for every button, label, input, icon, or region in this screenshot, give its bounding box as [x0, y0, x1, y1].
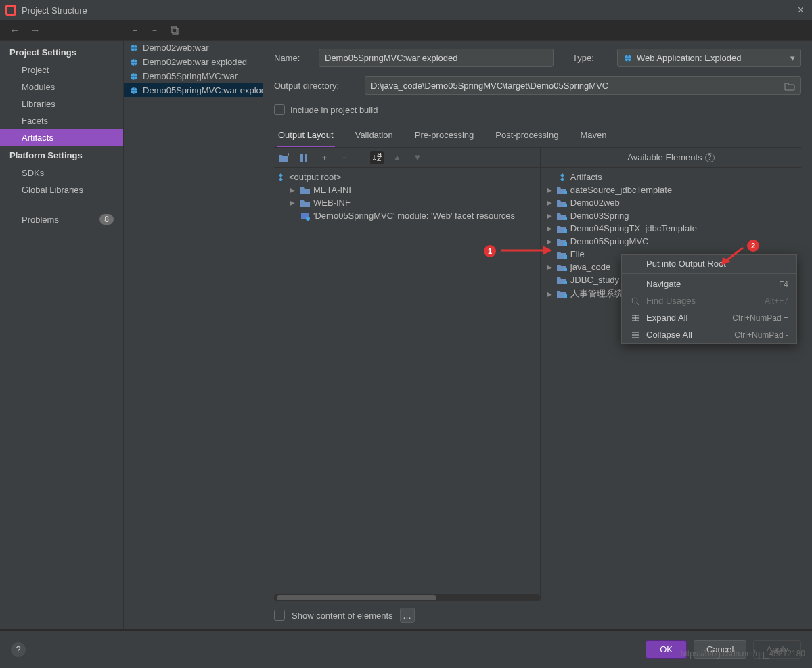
move-up-icon[interactable]: ▲ [390, 151, 404, 164]
tree-row[interactable]: ▶WEB-INF [275, 196, 539, 209]
tree-row[interactable]: ▶Demo05SpringMVC [545, 235, 800, 248]
output-directory-input[interactable]: D:\java_code\Demo05SpringMVC\target\Demo… [365, 76, 801, 95]
expand-icon[interactable]: ▶ [288, 199, 297, 206]
tree-row[interactable]: ▶Demo02web [545, 196, 800, 209]
expand-icon[interactable]: ▶ [545, 263, 554, 271]
artifact-tabs: Output LayoutValidationPre-processingPos… [274, 125, 801, 148]
svg-point-23 [632, 298, 637, 303]
copy-artifact-icon[interactable] [170, 26, 179, 35]
svg-line-34 [725, 248, 743, 261]
tree-row[interactable]: 'Demo05SpringMVC' module: 'Web' facet re… [275, 209, 539, 222]
context-menu-item[interactable]: Collapse AllCtrl+NumPad - [622, 326, 796, 343]
context-menu-item[interactable]: NavigateF4 [622, 275, 796, 292]
svg-rect-9 [303, 154, 304, 162]
sidebar-item-facets[interactable]: Facets [0, 112, 123, 129]
svg-rect-19 [564, 255, 567, 259]
context-menu-item[interactable]: Put into Output Root [622, 255, 796, 272]
sort-icon[interactable]: az [370, 151, 384, 164]
tab-post-processing[interactable]: Post-processing [494, 125, 560, 147]
tab-output-layout[interactable]: Output Layout [277, 125, 335, 147]
annotation-badge-1: 1 [484, 245, 496, 257]
svg-rect-15 [564, 204, 567, 207]
expand-icon[interactable]: ▶ [545, 290, 554, 298]
artifact-type-select[interactable]: Web Application: Exploded ▾ [617, 49, 801, 67]
sidebar-item-sdks[interactable]: SDKs [0, 164, 123, 181]
expand-icon[interactable]: ▶ [545, 225, 554, 232]
folder-icon [300, 185, 311, 195]
output-layout-tree[interactable]: <output root> ▶META-INF▶WEB-INF'Demo05Sp… [274, 168, 540, 592]
sidebar-item-libraries[interactable]: Libraries [0, 95, 123, 112]
context-menu-item[interactable]: Expand AllCtrl+NumPad + [622, 309, 796, 326]
browse-folder-icon[interactable] [784, 81, 795, 91]
problems-count-badge: 8 [99, 214, 114, 225]
artifact-name-input[interactable]: Demo05SpringMVC:war exploded [319, 49, 554, 67]
output-root-label: <output root> [289, 172, 341, 182]
titlebar: Project Structure × [0, 0, 812, 20]
svg-rect-0 [171, 27, 177, 32]
checkbox-icon [274, 104, 285, 115]
sidebar-item-project[interactable]: Project [0, 62, 123, 79]
help-icon[interactable]: ? [705, 153, 715, 162]
problems-label: Problems [22, 215, 59, 225]
svg-text:+: + [286, 153, 289, 159]
new-folder-icon[interactable]: + [277, 151, 290, 164]
move-down-icon[interactable]: ▼ [411, 151, 424, 164]
expand-icon[interactable]: ▶ [545, 186, 554, 194]
module-icon [557, 275, 568, 285]
add-artifact-icon[interactable]: ＋ [131, 24, 139, 37]
expand-icon[interactable]: ▶ [545, 212, 554, 219]
nav-history: ← → [0, 20, 124, 41]
svg-rect-16 [564, 217, 567, 220]
more-options-button[interactable]: … [400, 608, 415, 623]
expand-icon[interactable]: ▶ [545, 199, 554, 206]
forward-icon[interactable]: → [30, 24, 41, 37]
available-elements-tree[interactable]: Artifacts▶dateSource_jdbcTemplate▶Demo02… [541, 168, 801, 601]
available-elements-header: Available Elements ? [541, 148, 801, 168]
tree-row[interactable]: ▶META-INF [275, 183, 539, 196]
module-icon [557, 289, 568, 298]
module-icon [557, 211, 568, 221]
artifact-item[interactable]: Demo02web:war [124, 41, 263, 55]
new-archive-icon[interactable] [297, 151, 311, 164]
expand-icon[interactable]: ▶ [288, 186, 297, 194]
type-label: Type: [572, 53, 608, 63]
app-icon [5, 5, 16, 16]
horizontal-scrollbar[interactable] [274, 594, 540, 601]
tree-row[interactable]: ▶dateSource_jdbcTemplate [545, 183, 800, 196]
svg-rect-18 [564, 242, 567, 246]
sidebar-item-global-libraries[interactable]: Global Libraries [0, 181, 123, 198]
remove-artifact-icon[interactable]: － [150, 24, 159, 37]
tab-pre-processing[interactable]: Pre-processing [413, 125, 475, 147]
context-menu: Put into Output RootNavigateF4Find Usage… [621, 254, 797, 344]
tab-maven[interactable]: Maven [579, 125, 608, 147]
back-icon[interactable]: ← [9, 24, 20, 37]
annotation-badge-2: 2 [747, 240, 759, 252]
outdir-value: D:\java_code\Demo05SpringMVC\target\Demo… [371, 81, 608, 91]
artifact-item[interactable]: Demo05SpringMVC:war [124, 69, 263, 83]
tree-row[interactable]: Artifacts [545, 171, 800, 183]
layout-toolbar: + ＋ － az ▲ ▼ [274, 148, 540, 168]
remove-icon[interactable]: － [338, 151, 351, 164]
module-icon [557, 224, 568, 233]
context-menu-item: Find UsagesAlt+F7 [622, 292, 796, 309]
close-icon[interactable]: × [795, 4, 807, 16]
svg-rect-21 [564, 281, 567, 284]
include-in-build-checkbox[interactable]: Include in project build [274, 104, 801, 115]
sidebar-item-problems[interactable]: Problems 8 [0, 210, 123, 229]
module-icon [557, 185, 568, 195]
footer-help-button[interactable]: ? [11, 642, 26, 657]
watermark: https://blog.csdn.net/qq_45812180 [681, 649, 805, 659]
tab-validation[interactable]: Validation [354, 125, 394, 147]
svg-rect-22 [564, 294, 567, 298]
chevron-down-icon: ▾ [790, 53, 795, 63]
tree-row[interactable]: ▶Demo04SpringTX_jdbcTemplate [545, 222, 800, 235]
tree-row[interactable]: ▶Demo03Spring [545, 209, 800, 222]
show-content-checkbox[interactable] [274, 610, 285, 621]
sidebar-item-modules[interactable]: Modules [0, 79, 123, 95]
artifact-group-icon [557, 173, 568, 182]
sidebar-item-artifacts[interactable]: Artifacts [0, 129, 123, 146]
artifact-item[interactable]: Demo02web:war exploded [124, 55, 263, 69]
add-copy-icon[interactable]: ＋ [317, 151, 331, 164]
artifact-item[interactable]: Demo05SpringMVC:war exploded [124, 83, 263, 97]
outdir-label: Output directory: [274, 81, 355, 91]
